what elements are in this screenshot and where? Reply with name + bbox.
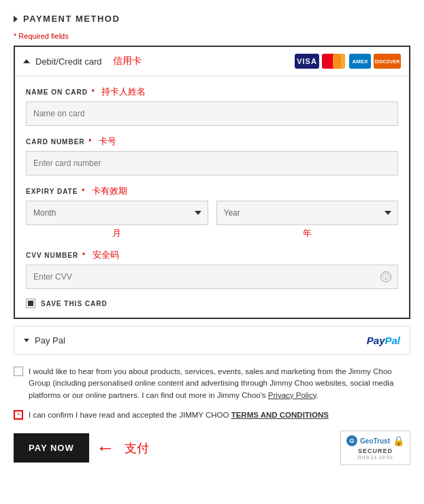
geotrust-top: G GeoTrust 🔒	[346, 435, 404, 446]
save-card-label: SAVE THIS CARD	[41, 300, 108, 307]
name-on-card-label: NAME ON CARD * 持卡人姓名	[26, 86, 398, 98]
name-on-card-group: NAME ON CARD * 持卡人姓名	[26, 86, 398, 126]
expiry-row: Month 010203 040506 070809 101112 月	[26, 201, 398, 239]
required-star: *	[92, 88, 95, 96]
year-cn-label: 年	[216, 227, 399, 239]
expiry-label-cn: 卡有效期	[92, 186, 127, 196]
card-number-label-cn: 卡号	[99, 136, 116, 146]
consent2-row: * I can confirm I have read and accepted…	[14, 409, 410, 421]
consent1-checkbox[interactable]	[14, 367, 23, 376]
required-star-3: *	[82, 188, 85, 195]
save-card-checkmark-icon	[28, 301, 33, 306]
save-card-row: SAVE THIS CARD	[26, 299, 398, 308]
year-group: Year 201920202021 202220232024 202520262…	[216, 201, 399, 239]
required-star-4: *	[82, 252, 86, 259]
required-note: * Required fields	[14, 32, 410, 40]
month-select[interactable]: Month 010203 040506 070809 101112	[26, 201, 208, 225]
month-select-wrapper: Month 010203 040506 070809 101112	[26, 201, 208, 225]
card-number-group: CARD NUMBER * 卡号	[26, 135, 398, 175]
consent2-checkbox[interactable]: *	[14, 410, 23, 420]
save-card-checkbox[interactable]	[26, 299, 35, 308]
section-header: PAYMENT METHOD	[14, 14, 410, 24]
card-panel: Debit/Credit card 信用卡 VISA AMEX DISCOVER…	[14, 46, 410, 319]
expiry-date-label: EXPIRY DATE * 卡有效期	[26, 185, 398, 197]
geotrust-badge: G GeoTrust 🔒 SECURED 2019-11-19 01:	[340, 431, 410, 465]
cvv-info-icon[interactable]: ⓘ	[380, 271, 391, 282]
pay-arrow-icon: ←	[96, 439, 115, 458]
visa-icon: VISA	[295, 54, 319, 69]
consent1-row: I would like to hear from you about prod…	[14, 366, 410, 401]
lock-icon: 🔒	[393, 435, 404, 446]
required-star-2: *	[88, 138, 92, 146]
cvv-group: CVV NUMBER * 安全码 ⓘ	[26, 249, 398, 289]
paypal-chevron-down-icon	[24, 339, 29, 342]
consent2-text: I can confirm I have read and accepted t…	[29, 409, 329, 421]
name-on-card-input[interactable]	[26, 101, 398, 126]
terms-conditions-link[interactable]: TERMS AND CONDITIONS	[231, 411, 329, 419]
name-label-cn: 持卡人姓名	[101, 86, 146, 97]
paypal-label: Pay Pal	[35, 335, 65, 346]
section-title: PAYMENT METHOD	[23, 14, 120, 24]
mastercard-icon	[322, 54, 341, 69]
paypal-left: Pay Pal	[24, 335, 65, 346]
bottom-row: PAY NOW ← 支付 G GeoTrust 🔒 SECURED 2019-1…	[14, 431, 410, 465]
card-body: NAME ON CARD * 持卡人姓名 CARD NUMBER * 卡号 EX…	[15, 76, 409, 318]
amex-icon: AMEX	[349, 54, 371, 69]
pay-section: PAY NOW ← 支付	[14, 433, 149, 463]
cvv-label-cn: 安全码	[93, 250, 119, 260]
year-select[interactable]: Year 201920202021 202220232024 202520262…	[216, 201, 399, 225]
paypal-logo: PayPal	[367, 335, 400, 346]
card-type-label: Debit/Credit card	[35, 56, 102, 67]
geotrust-icon: G	[346, 435, 357, 446]
card-header[interactable]: Debit/Credit card 信用卡 VISA AMEX DISCOVER	[15, 47, 409, 76]
cvv-input-wrapper: ⓘ	[26, 265, 398, 289]
card-number-label: CARD NUMBER * 卡号	[26, 135, 398, 148]
card-icons: VISA AMEX DISCOVER	[295, 54, 401, 69]
secured-text: SECURED	[358, 448, 393, 454]
year-select-wrapper: Year 201920202021 202220232024 202520262…	[216, 201, 399, 225]
geotrust-date: 2019-11-19 01:	[357, 454, 393, 460]
card-header-left: Debit/Credit card 信用卡	[23, 55, 142, 67]
privacy-policy-link[interactable]: Privacy Policy	[268, 391, 316, 399]
month-cn-label: 月	[26, 227, 208, 239]
geotrust-brand: GeoTrust	[360, 437, 390, 445]
chevron-up-icon	[23, 59, 30, 63]
pay-cn-label: 支付	[125, 440, 149, 456]
cvv-input[interactable]	[26, 265, 398, 289]
consent-section: I would like to hear from you about prod…	[14, 366, 410, 421]
collapse-triangle-icon[interactable]	[14, 16, 18, 22]
paypal-logo-text: PayPal	[367, 335, 400, 346]
card-type-label-cn: 信用卡	[113, 55, 142, 67]
expiry-date-group: EXPIRY DATE * 卡有效期 Month 010203 040506 0…	[26, 185, 398, 239]
discover-icon: DISCOVER	[374, 54, 401, 69]
consent1-text: I would like to hear from you about prod…	[29, 366, 410, 401]
month-group: Month 010203 040506 070809 101112 月	[26, 201, 208, 239]
pay-now-button[interactable]: PAY NOW	[14, 433, 89, 463]
card-number-input[interactable]	[26, 151, 398, 175]
cvv-label: CVV NUMBER * 安全码	[26, 249, 398, 261]
paypal-section[interactable]: Pay Pal PayPal	[14, 326, 410, 355]
